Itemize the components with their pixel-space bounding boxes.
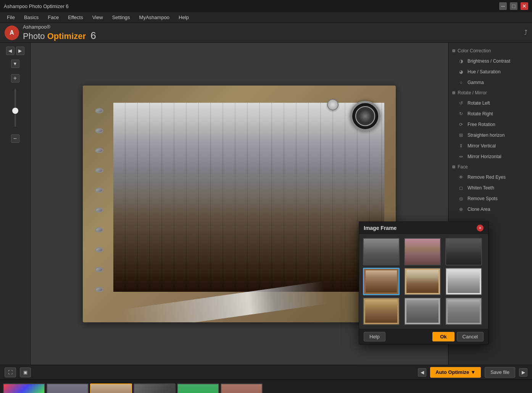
dialog-help-button[interactable]: Help (364, 332, 385, 341)
frame-option-3[interactable] (445, 238, 482, 265)
product-name: Photo (23, 31, 45, 41)
filmstrip-thumb-4[interactable] (134, 383, 176, 393)
frame-preview-9 (446, 298, 481, 324)
minimize-button[interactable]: ─ (499, 2, 507, 10)
next-button[interactable]: ▶ (519, 368, 527, 377)
free-rotation-icon: ⟳ (458, 121, 464, 128)
zoom-out-button[interactable]: − (11, 134, 19, 143)
panel-item-straighten[interactable]: ⊞ Straighten horizon (448, 130, 532, 141)
view-toggle-button[interactable]: ▣ (20, 367, 31, 377)
dialog-action-buttons: Ok Cancel (432, 332, 484, 341)
left-panel: ◀ ▶ ▼ + − (0, 43, 31, 365)
dialog-cancel-button[interactable]: Cancel (457, 332, 484, 341)
nav-right-button[interactable]: ▶ (16, 47, 24, 55)
menu-basics[interactable]: Basics (20, 13, 42, 22)
app-title: Ashampoo Photo Optimizer 6 (4, 3, 69, 9)
logobar: A Ashampoo® Photo Optimizer 6 ⤴ (0, 23, 532, 43)
share-icon[interactable]: ⤴ (524, 29, 527, 37)
frame-option-2[interactable] (404, 238, 441, 265)
dialog-ok-button[interactable]: Ok (432, 332, 454, 341)
photo-inner (113, 103, 384, 292)
frame-preview-6 (446, 268, 481, 294)
dialog-close-button[interactable]: × (477, 225, 484, 231)
close-button[interactable]: ✕ (521, 2, 528, 10)
panel-item-mirror-horizontal[interactable]: ⇔ Mirror Horizontal (448, 151, 532, 162)
panel-item-remove-spots[interactable]: ◎ Remove Spots (448, 193, 532, 204)
pin-icon (327, 99, 339, 110)
frame-preview-4 (364, 269, 398, 294)
frame-option-4[interactable] (363, 268, 400, 295)
menu-file[interactable]: File (3, 13, 19, 22)
frame-option-5[interactable] (404, 268, 441, 295)
bridge-photo (113, 103, 384, 292)
zoom-track (15, 89, 16, 127)
titlebar-controls: ─ □ ✕ (499, 2, 528, 10)
logo-text: Ashampoo® Photo Optimizer 6 (23, 24, 96, 42)
titlebar: Ashampoo Photo Optimizer 6 ─ □ ✕ (0, 0, 532, 12)
menu-effects[interactable]: Effects (64, 13, 87, 22)
frame-option-1[interactable] (363, 238, 400, 265)
filmstrip-thumb-6[interactable] (221, 383, 263, 393)
logo-area: A Ashampoo® Photo Optimizer 6 (5, 24, 96, 42)
frame-option-8[interactable] (404, 298, 441, 325)
camera-lens-icon (350, 101, 380, 131)
filmstrip (0, 379, 532, 393)
photo-frame (83, 86, 396, 322)
panel-item-clone-area[interactable]: ⊕ Clone Area (448, 204, 532, 215)
frame-preview-5 (405, 268, 440, 294)
auto-optimize-button[interactable]: Auto Optimize ▼ (430, 367, 481, 378)
image-frame-dialog: Image Frame × Help (359, 222, 488, 344)
prev-button[interactable]: ◀ (418, 368, 426, 377)
nav-down-button[interactable]: ▼ (11, 60, 19, 68)
panel-item-hue[interactable]: ◕ Hue / Saturation (448, 66, 532, 77)
panel-item-red-eyes[interactable]: 👁 Remove Red Eyes (448, 172, 532, 183)
mirror-horizontal-icon: ⇔ (458, 153, 464, 160)
spiral-binding (94, 101, 105, 299)
menu-myashampoo[interactable]: MyAshampoo (135, 13, 173, 22)
dialog-content (359, 234, 488, 329)
panel-item-rotate-right[interactable]: ↻ Rotate Right (448, 108, 532, 119)
menu-settings[interactable]: Settings (108, 13, 134, 22)
filmstrip-thumb-1[interactable] (3, 383, 45, 393)
menu-view[interactable]: View (89, 13, 107, 22)
filmstrip-thumb-3[interactable] (90, 383, 132, 393)
save-file-button[interactable]: Save file (485, 367, 515, 378)
frame-option-9[interactable] (445, 298, 482, 325)
panel-item-whiten-teeth[interactable]: ◻ Whiten Teeth (448, 183, 532, 193)
straighten-icon: ⊞ (458, 132, 464, 139)
zoom-slider-container (15, 86, 16, 131)
rotate-left-icon: ↺ (458, 100, 464, 107)
nav-left-button[interactable]: ◀ (6, 47, 15, 55)
nav-arrows: ◀ ▶ (6, 47, 24, 55)
dialog-title: Image Frame (364, 225, 397, 231)
panel-item-rotate-left[interactable]: ↺ Rotate Left (448, 98, 532, 108)
filmstrip-thumb-5[interactable] (177, 383, 219, 393)
expand-button[interactable]: ⛶ (5, 367, 16, 377)
thumb-image-1 (4, 384, 44, 393)
red-eyes-icon: 👁 (458, 174, 464, 181)
panel-item-gamma[interactable]: ○ Gamma (448, 77, 532, 88)
mirror-vertical-icon: ⇕ (458, 142, 464, 149)
spots-icon: ◎ (458, 195, 464, 202)
section-rotate-mirror: Rotate / Mirror (448, 88, 532, 98)
dialog-titlebar: Image Frame × (359, 222, 488, 234)
panel-item-mirror-vertical[interactable]: ⇕ Mirror Vertical (448, 141, 532, 151)
thumb-image-6 (221, 384, 262, 393)
thumb-image-4 (134, 384, 175, 393)
clone-icon: ⊕ (458, 206, 464, 213)
maximize-button[interactable]: □ (510, 2, 517, 10)
thumb-image-5 (178, 384, 218, 393)
filmstrip-thumb-2[interactable] (47, 383, 89, 393)
menu-help[interactable]: Help (175, 13, 193, 22)
optimizer-name: Optimizer (47, 31, 86, 41)
frame-option-6[interactable] (445, 268, 482, 295)
panel-item-brightness[interactable]: ◑ Brightness / Contrast (448, 56, 532, 66)
thumb-image-3 (91, 384, 131, 393)
zoom-thumb[interactable] (12, 108, 18, 114)
menu-face[interactable]: Face (44, 13, 63, 22)
thumb-image-2 (47, 384, 88, 393)
frame-option-7[interactable] (363, 298, 400, 325)
gamma-icon: ○ (458, 79, 464, 86)
zoom-in-button[interactable]: + (11, 74, 19, 82)
panel-item-free-rotation[interactable]: ⟳ Free Rotation (448, 119, 532, 130)
